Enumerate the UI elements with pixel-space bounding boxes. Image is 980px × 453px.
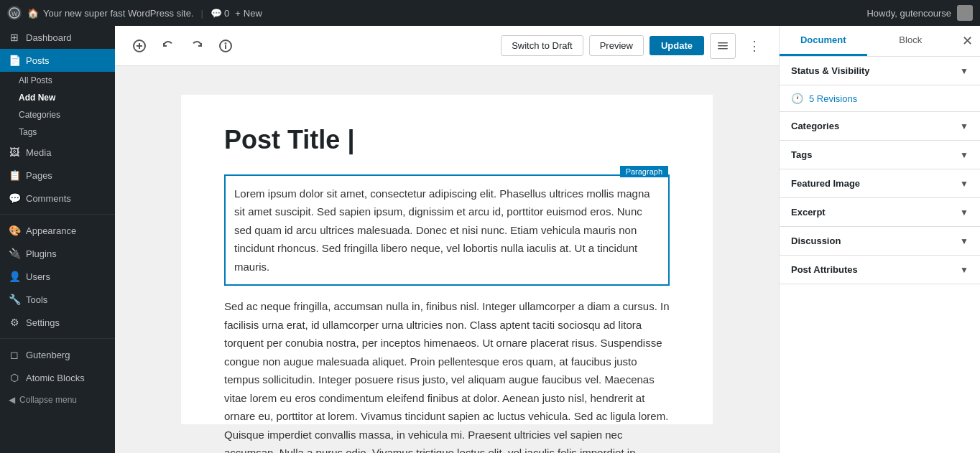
- atomic-blocks-icon: ⬡: [9, 372, 20, 383]
- clock-icon: 🕐: [791, 93, 803, 104]
- svg-text:W: W: [11, 10, 18, 17]
- section-featured-image-header[interactable]: Featured Image ▼: [780, 169, 980, 197]
- editor-toolbar: Switch to Draft Preview Update ⋮: [115, 26, 779, 66]
- text-block-2[interactable]: Sed ac neque fringilla, accumsan nulla i…: [224, 297, 670, 453]
- wp-logo[interactable]: W: [7, 6, 22, 20]
- new-post-link[interactable]: + New: [235, 8, 262, 19]
- settings-panel-button[interactable]: [710, 33, 736, 59]
- paragraph-text-2: Sed ac neque fringilla, accumsan nulla i…: [224, 297, 670, 453]
- settings-icon: ⚙: [9, 317, 20, 328]
- sidebar-item-gutenberg[interactable]: ◻ Gutenberg: [0, 343, 115, 366]
- site-link[interactable]: 🏠 Your new super fast WordPress site.: [27, 8, 194, 19]
- sidebar-divider: [0, 214, 115, 215]
- chevron-down-icon-7: ▼: [960, 265, 969, 275]
- switch-draft-button[interactable]: Switch to Draft: [501, 35, 583, 56]
- section-discussion: Discussion ▼: [780, 227, 980, 256]
- chevron-down-icon-6: ▼: [960, 236, 969, 246]
- user-howdy: Howdy, gutencourse: [866, 5, 973, 21]
- home-icon: 🏠: [27, 8, 39, 19]
- preview-button[interactable]: Preview: [589, 35, 644, 56]
- toolbar-left: [126, 33, 239, 59]
- section-post-attributes-header[interactable]: Post Attributes ▼: [780, 256, 980, 284]
- posts-icon: 📄: [9, 55, 20, 66]
- editor-content[interactable]: Post Title Paragraph Lorem ipsum dolor s…: [115, 66, 779, 453]
- sidebar-item-plugins[interactable]: 🔌 Plugins: [0, 242, 115, 265]
- section-excerpt-header[interactable]: Excerpt ▼: [780, 198, 980, 226]
- chevron-down-icon-2: ▼: [960, 121, 969, 131]
- appearance-icon: 🎨: [9, 225, 20, 236]
- paragraph-label: Paragraph: [620, 166, 668, 177]
- svg-rect-8: [718, 42, 728, 44]
- sidebar-item-atomic-blocks[interactable]: ⬡ Atomic Blocks: [0, 366, 115, 389]
- comments-link[interactable]: 💬 0: [211, 8, 229, 19]
- sidebar-subitem-add-new[interactable]: Add New: [0, 89, 115, 106]
- sidebar-item-appearance[interactable]: 🎨 Appearance: [0, 219, 115, 242]
- sidebar-item-dashboard[interactable]: ⊞ Dashboard: [0, 26, 115, 49]
- section-categories-header[interactable]: Categories ▼: [780, 112, 980, 140]
- section-status-visibility: Status & Visibility ▼: [780, 57, 980, 85]
- sidebar-item-pages[interactable]: 📋 Pages: [0, 164, 115, 187]
- redo-button[interactable]: [184, 33, 210, 59]
- collapse-menu[interactable]: ◀ Collapse menu: [0, 389, 115, 411]
- sidebar-item-tools[interactable]: 🔧 Tools: [0, 288, 115, 311]
- comments-nav-icon: 💬: [9, 192, 20, 204]
- svg-point-7: [226, 43, 226, 44]
- sidebar-subitem-tags[interactable]: Tags: [0, 123, 115, 141]
- sidebar-item-posts[interactable]: 📄 Posts: [0, 49, 115, 72]
- section-revisions: 🕐 5 Revisions: [780, 85, 980, 112]
- section-discussion-header[interactable]: Discussion ▼: [780, 227, 980, 255]
- dashboard-icon: ⊞: [9, 32, 20, 43]
- sidebar-item-users[interactable]: 👤 Users: [0, 265, 115, 288]
- editor-area: Switch to Draft Preview Update ⋮ Post Ti…: [115, 26, 779, 453]
- plus-icon: +: [235, 8, 241, 19]
- more-options-button[interactable]: ⋮: [741, 33, 767, 59]
- editor-inner: Post Title Paragraph Lorem ipsum dolor s…: [181, 95, 713, 424]
- sidebar-item-comments[interactable]: 💬 Comments: [0, 187, 115, 210]
- section-excerpt: Excerpt ▼: [780, 198, 980, 227]
- sidebar-item-settings[interactable]: ⚙ Settings: [0, 311, 115, 334]
- tools-icon: 🔧: [9, 294, 20, 305]
- tab-document[interactable]: Document: [780, 26, 867, 56]
- comment-icon: 💬: [211, 8, 222, 19]
- sidebar: ⊞ Dashboard 📄 Posts All Posts Add New Ca…: [0, 26, 115, 453]
- section-post-attributes: Post Attributes ▼: [780, 256, 980, 284]
- section-tags: Tags ▼: [780, 141, 980, 169]
- gutenberg-icon: ◻: [9, 349, 20, 360]
- svg-rect-10: [718, 48, 728, 50]
- right-panel-header: Document Block ✕: [780, 26, 980, 57]
- paragraph-text-1[interactable]: Lorem ipsum dolor sit amet, consectetur …: [234, 185, 660, 276]
- tab-block[interactable]: Block: [867, 26, 955, 56]
- svg-rect-9: [718, 45, 728, 47]
- update-button[interactable]: Update: [650, 36, 704, 55]
- undo-button[interactable]: [155, 33, 181, 59]
- admin-bar: W 🏠 Your new super fast WordPress site. …: [0, 0, 980, 26]
- sidebar-subitem-all-posts[interactable]: All Posts: [0, 72, 115, 89]
- chevron-down-icon: ▼: [960, 66, 969, 76]
- plugins-icon: 🔌: [9, 248, 20, 259]
- panel-close-button[interactable]: ✕: [954, 28, 980, 54]
- post-title[interactable]: Post Title: [224, 123, 670, 157]
- sidebar-item-media[interactable]: 🖼 Media: [0, 141, 115, 164]
- chevron-down-icon-5: ▼: [960, 207, 969, 218]
- paragraph-block-1[interactable]: Paragraph Lorem ipsum dolor sit amet, co…: [224, 174, 670, 286]
- users-icon: 👤: [9, 271, 20, 282]
- add-block-button[interactable]: [126, 33, 152, 59]
- toolbar-right: Switch to Draft Preview Update ⋮: [501, 33, 767, 59]
- pages-icon: 📋: [9, 169, 20, 181]
- sidebar-divider-2: [0, 338, 115, 339]
- sidebar-subitem-categories[interactable]: Categories: [0, 106, 115, 123]
- info-button[interactable]: [213, 33, 239, 59]
- right-panel: Document Block ✕ Status & Visibility ▼ 🕐…: [779, 26, 980, 453]
- media-icon: 🖼: [9, 146, 20, 158]
- section-tags-header[interactable]: Tags ▼: [780, 141, 980, 169]
- section-featured-image: Featured Image ▼: [780, 169, 980, 198]
- main-layout: ⊞ Dashboard 📄 Posts All Posts Add New Ca…: [0, 26, 980, 453]
- chevron-down-icon-4: ▼: [960, 179, 969, 189]
- revisions-link[interactable]: 🕐 5 Revisions: [780, 85, 980, 111]
- section-status-header[interactable]: Status & Visibility ▼: [780, 57, 980, 85]
- user-avatar[interactable]: [957, 5, 973, 21]
- chevron-down-icon-3: ▼: [960, 150, 969, 160]
- section-categories: Categories ▼: [780, 112, 980, 141]
- collapse-icon: ◀: [9, 395, 15, 405]
